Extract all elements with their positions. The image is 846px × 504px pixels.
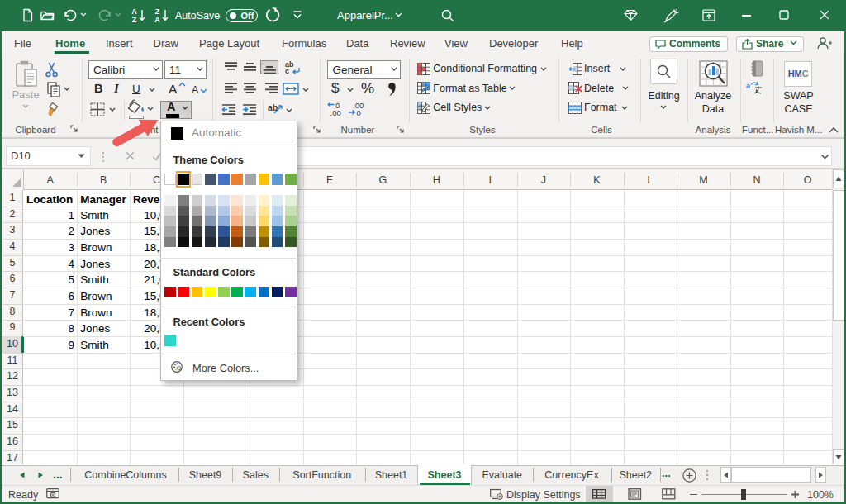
svg-text:.00: .00 <box>330 108 341 116</box>
svg-text:0: 0 <box>357 108 361 116</box>
svg-text:a: a <box>746 82 751 90</box>
